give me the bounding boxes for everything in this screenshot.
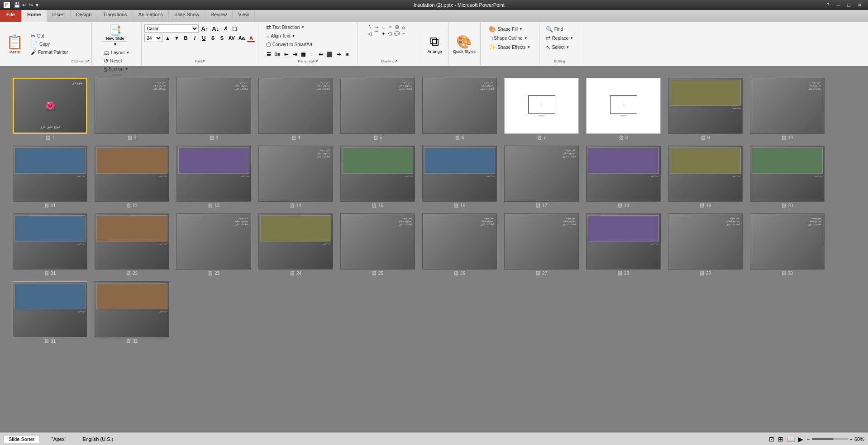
slide-container[interactable]: نمونه تصویر 🖼28 — [586, 213, 661, 276]
view-normal-icon[interactable]: ⊡ — [769, 436, 774, 443]
language-indicator[interactable]: English (U.S.) — [78, 436, 118, 443]
slide-container[interactable]: نمونه تصویر 🖼24 — [258, 213, 333, 276]
numbering-button[interactable]: 1≡ — [273, 50, 282, 58]
save-icon[interactable]: 💾 — [14, 2, 20, 8]
slide-container[interactable]: هلوع کلی 🌺 انواع عایق کاری 🖼1 — [13, 78, 87, 140]
shape-more-icon[interactable]: ⊞ — [394, 24, 400, 30]
shape-tri-icon[interactable]: △ — [401, 24, 407, 30]
zoom-out-button[interactable]: − — [807, 436, 810, 442]
strikethrough-button[interactable]: S — [209, 34, 217, 42]
redo-icon[interactable]: ↪ — [29, 2, 33, 8]
slide-container[interactable]: متن نمونهمحتوای اسلایداطلاعات عایق 🖼29 — [668, 213, 743, 276]
theme-tab[interactable]: "Apex" — [47, 436, 71, 443]
slide-sorter-tab[interactable]: Slide Sorter — [4, 435, 39, 443]
maximize-button[interactable]: □ — [844, 2, 853, 8]
help-icon[interactable]: ? — [824, 2, 832, 8]
slide-container[interactable]: متن نمونهمحتوای اسلایداطلاعات عایق 🖼3 — [176, 78, 251, 140]
slide-container[interactable]: نمونه تصویر 🖼32 — [95, 281, 169, 344]
font-color-icon[interactable]: A — [247, 34, 255, 42]
paragraph-expand-icon[interactable]: ↗ — [315, 59, 318, 63]
find-button[interactable]: 🔍 Find — [544, 25, 564, 33]
tab-insert[interactable]: Insert — [47, 10, 71, 22]
slide-container[interactable]: متن نمونهمحتوای اسلایداطلاعات عایق 🖼4 — [258, 78, 333, 140]
slide-container[interactable]: متن نمونهمحتوای اسلایداطلاعات عایق 🖼2 — [95, 78, 169, 140]
replace-button[interactable]: ⇄ Replace ▼ — [544, 34, 575, 42]
slide-container[interactable]: نمونه تصویر 🖼16 — [422, 146, 497, 208]
slide-container[interactable]: متن نمونهمحتوای اسلایداطلاعات عایق 🖼23 — [176, 213, 251, 276]
tab-view[interactable]: View — [233, 10, 255, 22]
bullets-button[interactable]: ☰ — [265, 50, 273, 58]
arrange-button[interactable]: ⧉ Arrange — [424, 33, 444, 55]
quick-styles-button[interactable]: 🎨 Quick Styles — [450, 33, 478, 55]
shape-outline-button[interactable]: □ Shape Outline ▼ — [487, 34, 529, 42]
tab-transitions[interactable]: Transitions — [97, 10, 133, 22]
section-button[interactable]: § Section ▼ — [102, 65, 131, 73]
tab-home[interactable]: Home — [22, 10, 47, 22]
shape-eq-icon[interactable]: ± — [401, 30, 407, 37]
slide-container[interactable]: متن نمونهمحتوای اسلایداطلاعات عایق 🖼17 — [504, 146, 579, 208]
bold-button[interactable]: B — [181, 34, 190, 42]
drawing-expand-icon[interactable]: ↗ — [395, 59, 398, 63]
font-shrink-icon[interactable]: A↓ — [210, 24, 220, 33]
slide-container[interactable]: نمونه تصویر 🖼19 — [668, 146, 743, 208]
tab-review[interactable]: Review — [205, 10, 233, 22]
slide-container[interactable]: نمونه تصویر 🖼20 — [750, 146, 825, 208]
slide-container[interactable]: متن نمونهمحتوای اسلایداطلاعات عایق 🖼14 — [258, 146, 333, 208]
select-button[interactable]: ↖ Select ▼ — [544, 43, 571, 51]
font-down-icon[interactable]: ▼ — [172, 34, 181, 42]
convert-smartart-button[interactable]: ⬡ Convert to SmartArt — [265, 41, 314, 48]
shape-fill-button[interactable]: 🎨 Shape Fill ▼ — [487, 25, 524, 33]
view-slideshow-icon[interactable]: ▶ — [798, 436, 803, 443]
shape-callout-icon[interactable]: 💬 — [394, 30, 400, 37]
slide-container[interactable]: نمونه تصویر 🖼11 — [13, 146, 87, 208]
slide-container[interactable]: متن نمونهمحتوای اسلایداطلاعات عایق 🖼27 — [504, 213, 579, 276]
slide-container[interactable]: نمونه تصویر 🖼18 — [586, 146, 661, 208]
shadow-button[interactable]: S — [218, 34, 226, 42]
slide-container[interactable]: نمونه تصویر 🖼22 — [95, 213, 169, 276]
slide-container[interactable]: نمونه تصویر 🖼15 — [340, 146, 415, 208]
view-reading-icon[interactable]: 📖 — [787, 436, 795, 443]
cut-button[interactable]: ✂ Cut — [29, 32, 69, 40]
align-right-button[interactable]: ➡ — [334, 50, 343, 58]
slide-container[interactable]: نمونه تصویر 🖼31 — [13, 281, 87, 344]
layout-button[interactable]: 🗂 Layout ▼ — [102, 49, 131, 57]
slide-container[interactable]: متن نمونهمحتوای اسلایداطلاعات عایق 🖼10 — [750, 78, 825, 140]
slide-container[interactable]: نمونه تصویر 🖼12 — [95, 146, 169, 208]
shape-curve-icon[interactable]: ⌒ — [373, 30, 380, 37]
font-family-select[interactable]: Calibri — [144, 24, 199, 33]
indent-less-button[interactable]: ⇤ — [282, 50, 290, 58]
minimize-button[interactable]: ─ — [834, 2, 843, 8]
tab-animations[interactable]: Animations — [133, 10, 169, 22]
tab-file[interactable]: File — [0, 10, 22, 22]
customize-qa-icon[interactable]: ▼ — [35, 3, 39, 8]
view-sorter-icon[interactable]: ⊞ — [778, 436, 783, 443]
shape-star-icon[interactable]: ✦ — [380, 30, 386, 37]
tab-slideshow[interactable]: Slide Show — [169, 10, 205, 22]
paste-button[interactable]: 📋 Paste — [4, 33, 26, 55]
font-expand-icon[interactable]: ↗ — [202, 59, 205, 63]
slide-container[interactable]: متن نمونهمحتوای اسلایداطلاعات عایق 🖼30 — [750, 213, 825, 276]
copy-format-icon[interactable]: ⬚ — [230, 24, 238, 33]
zoom-slider[interactable] — [812, 438, 848, 440]
justify-button[interactable]: ≡ — [343, 50, 351, 58]
slide-container[interactable]: □ diagram 🖼7 — [504, 78, 579, 140]
font-up-icon[interactable]: ▲ — [163, 34, 172, 42]
clipboard-expand-icon[interactable]: ↗ — [86, 59, 90, 63]
slide-container[interactable]: □ diagram 🖼8 — [586, 78, 661, 140]
shape-rtri-icon[interactable]: ◁ — [367, 30, 373, 37]
zoom-in-button[interactable]: + — [850, 436, 853, 442]
shape-effects-button[interactable]: ✨ Shape Effects ▼ — [487, 43, 532, 51]
new-slide-dropdown[interactable]: ▼ — [102, 41, 128, 47]
shape-oval-icon[interactable]: ○ — [387, 24, 393, 30]
shape-pent-icon[interactable]: ⬠ — [387, 30, 393, 37]
indent-more-button[interactable]: ⇥ — [291, 50, 299, 58]
slide-container[interactable]: متن نمونهمحتوای اسلایداطلاعات عایق 🖼26 — [422, 213, 497, 276]
format-painter-button[interactable]: 🖌 Format Painter — [29, 48, 69, 56]
font-size-select[interactable]: 24 — [144, 34, 162, 42]
shape-line-icon[interactable]: \ — [367, 24, 373, 30]
slide-container[interactable]: نمونه تصویر 🖼9 — [668, 78, 743, 140]
shape-rect-icon[interactable]: □ — [380, 24, 386, 30]
slide-container[interactable]: نمونه تصویر 🖼13 — [176, 146, 251, 208]
close-button[interactable]: ✕ — [855, 2, 864, 8]
font-grow-icon[interactable]: A↑ — [200, 24, 210, 33]
